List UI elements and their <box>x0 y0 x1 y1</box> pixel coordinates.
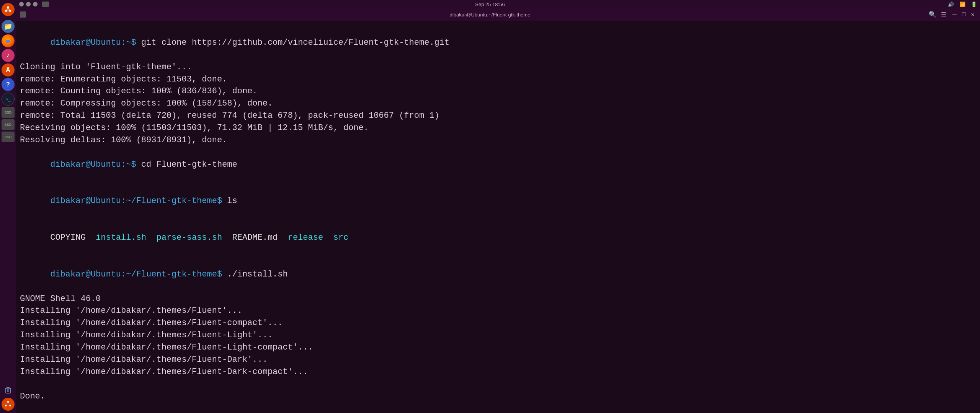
titlebar-right: 🔍 ☰ — □ ✕ <box>929 11 976 18</box>
maximize-button[interactable]: □ <box>960 11 967 18</box>
line-14: Installing '/home/dibakar/.themes/Fluent… <box>20 317 972 329</box>
close-button[interactable]: ✕ <box>969 11 976 18</box>
ls-parse: parse-sass.sh <box>156 233 232 242</box>
ssd1-icon[interactable]: SSD <box>2 107 15 118</box>
terminal-output[interactable]: dibakar@Ubuntu:~$ git clone https://gith… <box>16 21 980 413</box>
svg-rect-6 <box>6 388 10 393</box>
traffic-dot-1[interactable] <box>19 2 24 7</box>
battery-icon: 🔋 <box>971 2 977 7</box>
line-8: Resolving deltas: 100% (8931/8931), done… <box>20 134 972 146</box>
line-12: GNOME Shell 46.0 <box>20 293 972 305</box>
traffic-dot-2[interactable] <box>26 2 31 7</box>
window-title: dibakar@Ubuntu:~/Fluent-gtk-theme <box>450 12 531 18</box>
line-16: Installing '/home/dibakar/.themes/Fluent… <box>20 341 972 354</box>
window-titlebar: dibakar@Ubuntu:~/Fluent-gtk-theme 🔍 ☰ — … <box>16 8 980 21</box>
line-17: Installing '/home/dibakar/.themes/Fluent… <box>20 354 972 366</box>
firefox-icon[interactable] <box>2 34 15 47</box>
window-icon <box>20 11 26 18</box>
prompt-1: dibakar@Ubuntu:~$ <box>50 38 141 47</box>
line-5: remote: Compressing objects: 100% (158/1… <box>20 98 972 110</box>
traffic-dot-3[interactable] <box>33 2 38 7</box>
terminal-icon[interactable]: >_ <box>2 93 15 106</box>
prompt-2: dibakar@Ubuntu:~$ <box>50 160 141 169</box>
help-icon[interactable]: ? <box>2 78 15 91</box>
ubuntu-bottom-icon[interactable] <box>2 398 15 411</box>
line-13: Installing '/home/dibakar/.themes/Fluent… <box>20 305 972 317</box>
line-ls: COPYING install.sh parse-sass.sh README.… <box>20 220 972 256</box>
cmd-4: ./install.sh <box>227 270 287 279</box>
empty-1 <box>20 378 972 390</box>
line-7: Receiving objects: 100% (11503/11503), 7… <box>20 122 972 134</box>
line-10: dibakar@Ubuntu:~/Fluent-gtk-theme$ ls <box>20 183 972 220</box>
line-6: remote: Total 11503 (delta 720), reused … <box>20 110 972 122</box>
speaker-icon: 🔊 <box>948 2 954 7</box>
ls-src: src <box>333 233 349 242</box>
search-icon[interactable]: 🔍 <box>929 11 936 18</box>
svg-point-12 <box>9 405 11 406</box>
cmd-2: cd Fluent-gtk-theme <box>141 160 237 169</box>
prompt-4: dibakar@Ubuntu:~/Fluent-gtk-theme$ <box>50 270 227 279</box>
svg-point-10 <box>7 401 9 403</box>
ubuntu-logo-icon[interactable] <box>2 3 15 16</box>
prompt-3: dibakar@Ubuntu:~/Fluent-gtk-theme$ <box>50 196 227 206</box>
sidebar: 📁 ♪ A ? >_ SSD SSD SSD <box>0 0 16 413</box>
network-icon: 📶 <box>959 2 965 7</box>
system-titlebar: Sep 25 18:56 🔊 📶 🔋 <box>16 0 980 8</box>
line-4: remote: Counting objects: 100% (836/836)… <box>20 85 972 98</box>
rhythmbox-icon[interactable]: ♪ <box>2 49 15 62</box>
ssd2-icon[interactable]: SSD <box>2 119 15 130</box>
svg-point-1 <box>7 7 9 8</box>
svg-point-11 <box>5 405 7 406</box>
ls-install: install.sh <box>96 233 156 242</box>
line-2: Cloning into 'Fluent-gtk-theme'... <box>20 61 972 73</box>
line-3: remote: Enumerating objects: 11503, done… <box>20 73 972 86</box>
trash-icon[interactable] <box>2 383 15 396</box>
titlebar-left <box>20 11 26 18</box>
line-done: Done. <box>20 390 972 403</box>
ls-copying: COPYING <box>50 233 96 242</box>
minimize-button[interactable]: — <box>951 11 958 18</box>
tab-icon <box>42 2 49 7</box>
files-icon[interactable]: 📁 <box>2 20 15 33</box>
cmd-3: ls <box>227 196 237 206</box>
line-18: Installing '/home/dibakar/.themes/Fluent… <box>20 366 972 378</box>
ls-readme: README.md <box>232 233 288 242</box>
line-11: dibakar@Ubuntu:~/Fluent-gtk-theme$ ./ins… <box>20 256 972 293</box>
window-controls: — □ ✕ <box>951 11 976 18</box>
ubuntu-software-icon[interactable]: A <box>2 63 15 76</box>
menu-icon[interactable]: ☰ <box>941 11 946 18</box>
line-15: Installing '/home/dibakar/.themes/Fluent… <box>20 329 972 341</box>
datetime-display: Sep 25 18:56 <box>475 2 505 7</box>
terminal-window: Sep 25 18:56 🔊 📶 🔋 dibakar@Ubuntu:~/Flue… <box>16 0 980 413</box>
cmd-1: git clone https://github.com/vinceliuice… <box>141 38 449 47</box>
line-1: dibakar@Ubuntu:~$ git clone https://gith… <box>20 24 972 61</box>
line-9: dibakar@Ubuntu:~$ cd Fluent-gtk-theme <box>20 146 972 183</box>
empty-2 <box>20 403 972 413</box>
ssd3-icon[interactable]: SSD <box>2 132 15 142</box>
ls-release: release <box>288 233 333 242</box>
